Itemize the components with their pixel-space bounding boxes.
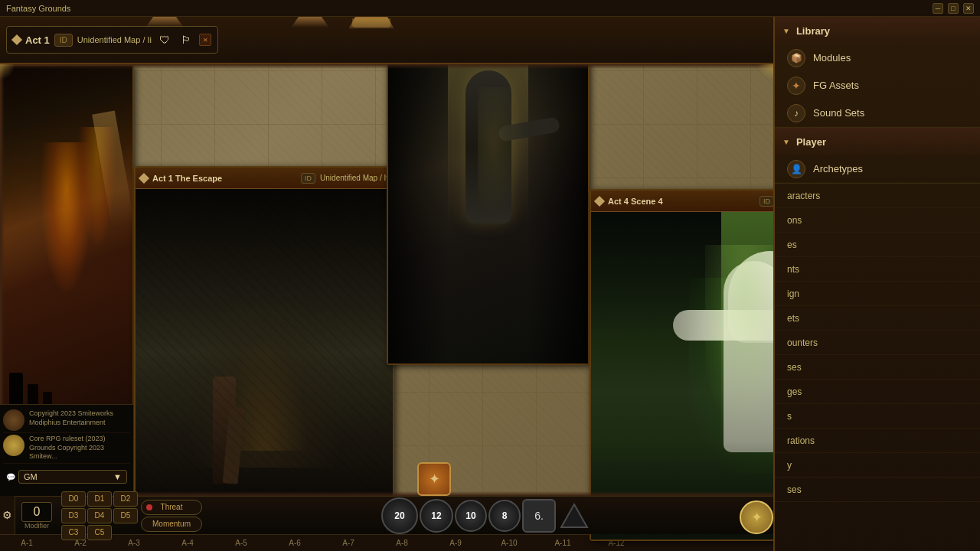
- console-text-1: Copyright 2023 Smiteworks Modiphius Ente…: [29, 409, 130, 431]
- svg-marker-0: [561, 504, 587, 527]
- console-entry-1: Copyright 2023 Smiteworks Modiphius Ente…: [3, 408, 130, 433]
- d8-die[interactable]: 8: [488, 500, 521, 532]
- threat-dot: [146, 504, 152, 510]
- momentum-label: Momentum: [152, 520, 191, 528]
- gear-icon: ⚙: [2, 509, 12, 521]
- d4-button[interactable]: D4: [87, 508, 112, 523]
- sidebar-item-history[interactable]: y: [775, 453, 980, 478]
- threat-bar[interactable]: Threat: [141, 500, 202, 515]
- c5-button[interactable]: C5: [87, 525, 112, 540]
- sidebar: ▼ Library 📦 Modules ✦ FG Assets ♪ Sound …: [773, 17, 980, 551]
- gold-button-br[interactable]: ✦: [740, 500, 773, 534]
- grid-label-a4: A-4: [161, 539, 214, 547]
- threat-label: Threat: [161, 503, 183, 511]
- act1-escape-titlebar: Act 1 The Escape ID Unidentified Map / I…: [136, 168, 393, 189]
- sidebar-item-images[interactable]: ges: [775, 380, 980, 404]
- d1-button[interactable]: D1: [87, 491, 112, 507]
- sidebar-item-items[interactable]: nts: [775, 257, 980, 282]
- shield-icon: 🛡: [156, 31, 173, 48]
- sidebar-item-encounters[interactable]: ounters: [775, 331, 980, 355]
- sidebar-item-s[interactable]: s: [775, 404, 980, 429]
- sidebar-item-fg-assets[interactable]: ✦ FG Assets: [775, 72, 980, 99]
- library-header[interactable]: ▼ Library: [775, 17, 980, 44]
- d10-die[interactable]: 10: [455, 500, 487, 532]
- sidebar-item-options[interactable]: ons: [775, 208, 980, 233]
- minimize-button[interactable]: ─: [933, 3, 943, 14]
- console-icon-1: [3, 409, 24, 431]
- act1-title: Act 1: [25, 34, 50, 46]
- dice-buttons: D0 D1 D2 D3 D4 D5 C3 C5: [61, 491, 138, 540]
- header-bar: Act 1 ID Unidentified Map / Ii 🛡 🏳 ✕: [0, 17, 773, 64]
- act4-title: Act 4 Scene 4: [608, 197, 755, 206]
- gm-dropdown-arrow: ▼: [113, 472, 122, 481]
- sidebar-item-archetypes[interactable]: 👤 Archetypes: [775, 155, 980, 183]
- player-section: ▼ Player 👤 Archetypes: [775, 128, 980, 184]
- modules-icon: 📦: [787, 49, 805, 67]
- gm-dropdown[interactable]: GM ▼: [18, 470, 127, 484]
- sidebar-item-campaign[interactable]: ign: [775, 282, 980, 306]
- modules-label: Modules: [813, 52, 851, 64]
- d12-die[interactable]: 12: [420, 499, 453, 533]
- fg-assets-icon: ✦: [787, 77, 805, 95]
- orange-dice-floating[interactable]: ✦: [417, 462, 451, 496]
- archetypes-label: Archetypes: [813, 163, 863, 174]
- player-arrow: ▼: [782, 138, 790, 146]
- console-entry-2: Core RPG ruleset (2023) Grounds Copyrigh…: [3, 433, 130, 464]
- map-window-main[interactable]: [0, 64, 134, 435]
- chat-icon: 💬: [6, 473, 15, 481]
- d2-button[interactable]: D2: [113, 491, 138, 507]
- d0-button[interactable]: D0: [61, 491, 86, 507]
- sidebar-item-operations[interactable]: rations: [775, 429, 980, 453]
- act4-diamond: [594, 195, 605, 206]
- grid-label-a9: A-9: [429, 539, 482, 547]
- sound-sets-icon: ♪: [787, 104, 805, 122]
- sidebar-item-classes[interactable]: ses: [775, 355, 980, 380]
- grid-label-a5: A-5: [214, 539, 268, 547]
- act4-id[interactable]: ID: [760, 196, 773, 207]
- modifier-label: Modifier: [24, 522, 49, 530]
- sidebar-item-sound-sets[interactable]: ♪ Sound Sets: [775, 99, 980, 127]
- map-window-act1[interactable]: Act 1 The Escape ID Unidentified Map / I…: [134, 166, 394, 518]
- sound-sets-label: Sound Sets: [813, 107, 864, 119]
- map-window-center[interactable]: [387, 17, 590, 365]
- map-window-act4[interactable]: Act 4 Scene 4 ID Unidentified Map ⊞ ♥ _ …: [590, 189, 773, 541]
- sidebar-item-tables[interactable]: es: [775, 233, 980, 257]
- sidebar-item-characters[interactable]: aracters: [775, 184, 980, 208]
- maximize-button[interactable]: □: [948, 3, 959, 14]
- orange-dice-icon: ✦: [429, 471, 440, 487]
- dice-area: 20 12 10 8 6.: [205, 497, 767, 534]
- act1-escape-id[interactable]: ID: [301, 173, 315, 184]
- d5-button[interactable]: D5: [113, 508, 138, 523]
- d6-die[interactable]: 6.: [522, 499, 556, 533]
- sidebar-item-modules[interactable]: 📦 Modules: [775, 44, 980, 72]
- app-title: Fantasy Grounds: [6, 4, 70, 13]
- momentum-bar[interactable]: Momentum: [141, 517, 202, 532]
- c3-button[interactable]: C3: [61, 525, 86, 540]
- console-icon-2: [3, 435, 24, 456]
- fg-assets-label: FG Assets: [813, 80, 859, 91]
- d3-button[interactable]: D3: [61, 508, 86, 523]
- close-button[interactable]: ✕: [963, 3, 974, 14]
- grid-label-a2: A-2: [54, 539, 107, 547]
- library-arrow: ▼: [782, 27, 790, 35]
- act1-close-button[interactable]: ✕: [199, 34, 211, 46]
- grid-label-a6: A-6: [268, 539, 322, 547]
- act1-escape-title: Act 1 The Escape: [152, 174, 296, 183]
- grid-label-a7: A-7: [322, 539, 375, 547]
- act1-map-ref: Unidentified Map / Ii: [77, 35, 152, 44]
- console-area: Copyright 2023 Smiteworks Modiphius Ente…: [0, 404, 134, 496]
- sidebar-item-assets[interactable]: ets: [775, 306, 980, 331]
- triangle-die[interactable]: [557, 499, 591, 533]
- act1-id-button[interactable]: ID: [54, 34, 73, 47]
- main-container: Act 1 ID Unidentified Map / Ii 🛡 🏳 ✕: [0, 17, 980, 551]
- d20-die[interactable]: 20: [381, 497, 418, 534]
- window-controls: ─ □ ✕: [933, 3, 974, 14]
- gear-button[interactable]: ⚙: [0, 496, 15, 534]
- library-label: Library: [796, 25, 830, 37]
- title-bar: Fantasy Grounds ─ □ ✕: [0, 0, 980, 17]
- modifier-value: 0: [21, 502, 52, 522]
- player-header[interactable]: ▼ Player: [775, 128, 980, 155]
- library-section: ▼ Library 📦 Modules ✦ FG Assets ♪ Sound …: [775, 17, 980, 128]
- player-label: Player: [796, 136, 826, 148]
- sidebar-item-sessions[interactable]: ses: [775, 478, 980, 502]
